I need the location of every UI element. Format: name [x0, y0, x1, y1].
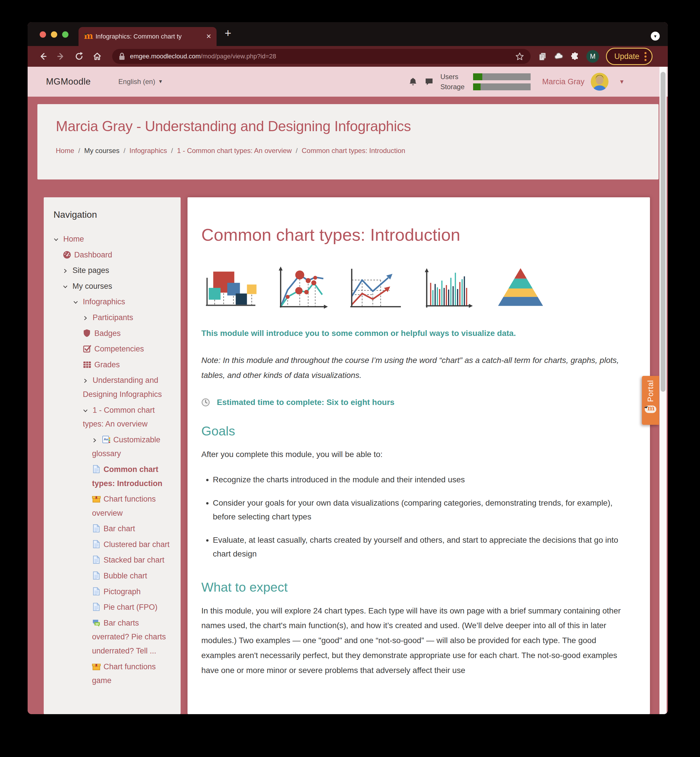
nav-item-chart-functions-overview[interactable]: Chart functions overview [53, 492, 173, 520]
nav-item-understanding-course[interactable]: Understanding and Designing Infographics [53, 373, 173, 401]
glossary-icon: Aa [102, 433, 113, 447]
chevron-down-icon[interactable] [63, 279, 72, 293]
chevron-right-icon[interactable] [92, 433, 102, 447]
tab-strip: m Infographics: Common chart ty ✕ + ▼ [28, 22, 668, 46]
browser-toolbar: emgee.moodlecloud.com/mod/page/view.php?… [28, 46, 668, 67]
nav-item-pie-chart-fpo[interactable]: Pie chart (FPO) [53, 600, 173, 614]
goal-item: Evaluate, at least casually, charts crea… [213, 533, 631, 561]
nav-item-home[interactable]: Home [53, 232, 173, 246]
goals-heading: Goals [201, 424, 631, 439]
navigation-block: Navigation Home Dashboard Site pages My … [44, 197, 181, 714]
page-icon [92, 538, 103, 552]
chrome-profile-avatar[interactable]: M [586, 50, 599, 63]
copy-docs-icon[interactable] [538, 52, 547, 61]
usage-meters: Users Storage [440, 73, 531, 91]
svg-text:Aa: Aa [104, 438, 108, 441]
nav-item-customizable-glossary[interactable]: AaCustomizable glossary [53, 433, 173, 461]
page-icon [92, 553, 103, 567]
chevron-right-icon[interactable] [83, 373, 92, 388]
breadcrumb-my-courses: My courses [84, 147, 120, 155]
content-heading: Common chart types: Introduction [201, 225, 631, 245]
nav-item-infographics[interactable]: Infographics [53, 295, 173, 309]
grades-table-icon [83, 358, 94, 372]
navigation-title: Navigation [53, 210, 173, 220]
bookmark-star-icon[interactable] [515, 52, 524, 61]
breadcrumb-current-page[interactable]: Common chart types: Introduction [302, 147, 405, 155]
navigation-tree: Home Dashboard Site pages My courses Inf… [53, 232, 173, 688]
update-button[interactable]: Update [606, 48, 653, 65]
user-name[interactable]: Marcia Gray [542, 77, 584, 86]
zoom-window-button[interactable] [62, 31, 69, 38]
nav-item-site-pages[interactable]: Site pages [53, 263, 173, 278]
breadcrumb-infographics[interactable]: Infographics [130, 147, 167, 155]
close-window-button[interactable] [40, 31, 46, 38]
notifications-bell-icon[interactable] [408, 77, 418, 86]
nav-item-my-courses[interactable]: My courses [53, 279, 173, 293]
nav-item-badges[interactable]: Badges [53, 327, 173, 341]
nav-item-pictograph[interactable]: Pictograph [53, 585, 173, 599]
bar-lines-chart-illustration [420, 263, 476, 311]
tab-search-menu-icon[interactable]: ▼ [651, 32, 660, 41]
breadcrumb: Home / My courses / Infographics / 1 - C… [56, 147, 659, 155]
user-avatar[interactable] [591, 73, 609, 91]
moodle-favicon-icon: m [84, 33, 92, 41]
browser-menu-icon[interactable] [644, 52, 647, 61]
dashboard-icon [63, 248, 74, 262]
page-title: Marcia Gray - Understanding and Designin… [56, 118, 659, 135]
what-to-expect-heading: What to expect [201, 580, 631, 595]
site-brand[interactable]: MGMoodle [46, 77, 91, 87]
breadcrumb-home[interactable]: Home [56, 147, 74, 155]
nav-item-dashboard[interactable]: Dashboard [53, 248, 173, 262]
nav-item-common-chart-overview[interactable]: 1 - Common chart types: An overview [53, 403, 173, 431]
language-selector[interactable]: English (en) ▼ [119, 78, 163, 86]
chevron-right-icon[interactable] [83, 311, 92, 325]
nav-item-grades[interactable]: Grades [53, 358, 173, 372]
nav-item-chart-functions-game[interactable]: Chart functions game [53, 660, 173, 688]
scrollbar-thumb[interactable] [661, 72, 666, 392]
page-icon [92, 522, 103, 536]
nav-item-participants[interactable]: Participants [53, 311, 173, 325]
breadcrumb-section[interactable]: 1 - Common chart types: An overview [177, 147, 292, 155]
browser-tab[interactable]: m Infographics: Common chart ty ✕ [78, 27, 217, 46]
forward-icon[interactable] [56, 52, 66, 61]
minimize-window-button[interactable] [51, 31, 57, 38]
nav-item-clustered-bar-chart[interactable]: Clustered bar chart [53, 538, 173, 552]
user-menu-caret-icon[interactable]: ▼ [619, 78, 625, 85]
chevron-down-icon[interactable] [73, 295, 83, 309]
goals-list: Recognize the charts introduced in the m… [201, 473, 631, 561]
badge-shield-icon [83, 327, 94, 341]
nav-item-common-chart-intro[interactable]: Common chart types: Introduction [53, 463, 173, 490]
extensions-puzzle-icon[interactable] [570, 52, 580, 61]
new-tab-button[interactable]: + [225, 27, 231, 39]
module-intro: This module will introduce you to some c… [201, 329, 631, 338]
messages-icon[interactable] [424, 77, 434, 86]
cloud-icon[interactable] [554, 52, 563, 61]
moodle-portal-logo-icon: m [645, 405, 656, 413]
storage-progress-bar [473, 83, 531, 90]
module-note: Note: In this module and throughout the … [201, 353, 631, 383]
reload-icon[interactable] [74, 52, 84, 61]
nav-item-competencies[interactable]: Competencies [53, 342, 173, 356]
url-path: /mod/page/view.php?id=28 [201, 53, 276, 60]
estimated-time-row: Estimated time to complete: Six to eight… [201, 398, 631, 407]
tab-close-icon[interactable]: ✕ [206, 33, 211, 40]
home-icon[interactable] [92, 52, 102, 61]
window-controls [40, 31, 69, 38]
chevron-down-icon[interactable] [83, 403, 92, 417]
address-bar[interactable]: emgee.moodlecloud.com/mod/page/view.php?… [112, 49, 531, 64]
browser-window: m Infographics: Common chart ty ✕ + ▼ em [28, 22, 668, 714]
nav-item-bar-chart[interactable]: Bar chart [53, 522, 173, 536]
nav-item-bubble-chart[interactable]: Bubble chart [53, 569, 173, 583]
chevron-down-icon[interactable] [53, 232, 63, 246]
portal-tab[interactable]: Portal m [642, 376, 659, 425]
nav-item-stacked-bar-chart[interactable]: Stacked bar chart [53, 553, 173, 567]
users-label: Users [440, 73, 469, 81]
package-icon [92, 492, 103, 506]
course-banner: Marcia Gray - Understanding and Designin… [38, 104, 659, 180]
page-icon [92, 569, 103, 583]
page-icon [92, 600, 103, 614]
chevron-right-icon[interactable] [63, 263, 72, 278]
toolbar-extensions: M Update [538, 48, 653, 65]
back-icon[interactable] [38, 52, 48, 61]
nav-item-forum-bar-charts-overrated[interactable]: Bar charts overrated? Pie charts underra… [53, 616, 173, 658]
